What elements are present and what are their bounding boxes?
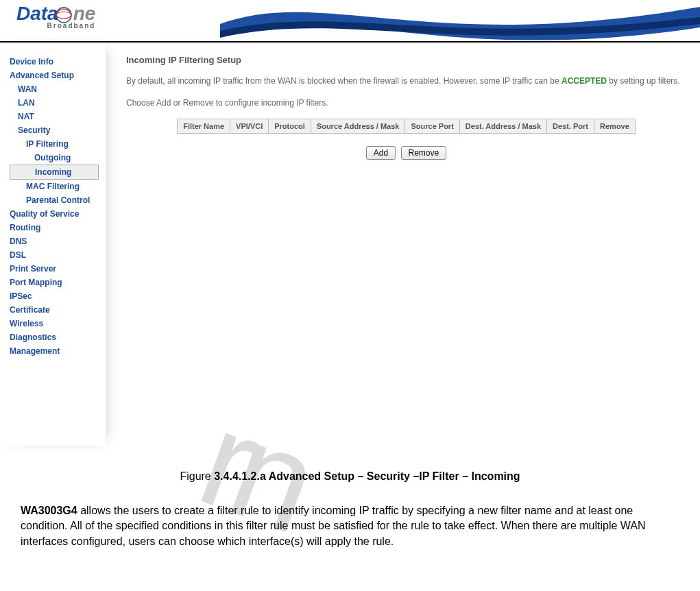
model-name: WA3003G4	[21, 505, 77, 516]
logo-word1: Data	[16, 3, 58, 24]
figure-caption: Figure 3.4.4.1.2.a Advanced Setup – Secu…	[21, 470, 679, 483]
sidebar-item-wan[interactable]: WAN	[10, 82, 106, 96]
sidebar-item-wireless[interactable]: Wireless	[10, 317, 106, 330]
sidebar-item-ip-filtering[interactable]: IP Filtering	[10, 137, 106, 151]
header-bar: Datane Broadband	[0, 0, 700, 43]
sidebar-item-dsl[interactable]: DSL	[10, 248, 106, 262]
sidebar-item-management[interactable]: Management	[10, 344, 106, 358]
logo: Datane Broadband	[16, 3, 95, 29]
svg-point-1	[56, 12, 71, 19]
col-dest-port: Dest. Port	[547, 119, 594, 134]
sidebar-item-diagnostics[interactable]: Diagnostics	[10, 330, 106, 344]
body-paragraph: WA3003G4 allows the users to create a fi…	[21, 503, 679, 549]
table-header-row: Filter NameVPI/VCIProtocolSource Address…	[178, 119, 636, 134]
sidebar-item-device-info[interactable]: Device Info	[10, 55, 106, 69]
caption-bold: 3.4.4.1.2.a Advanced Setup – Security –I…	[214, 470, 520, 482]
main-content: Incoming IP Filtering Setup By default, …	[106, 43, 700, 446]
remove-button[interactable]: Remove	[401, 146, 447, 160]
desc-post: by setting up filters.	[607, 76, 680, 86]
add-button[interactable]: Add	[366, 146, 396, 160]
button-row: Add Remove	[126, 146, 686, 160]
col-source-address-mask: Source Address / Mask	[311, 119, 405, 134]
desc-accepted: ACCEPTED	[562, 76, 607, 86]
caption-prefix: Figure	[180, 470, 214, 482]
sidebar-item-mac-filtering[interactable]: MAC Filtering	[10, 180, 106, 193]
desc-pre: By default, all incoming IP traffic from…	[126, 76, 562, 86]
col-filter-name: Filter Name	[178, 119, 230, 134]
sidebar-item-print-server[interactable]: Print Server	[10, 262, 106, 276]
filter-table: Filter NameVPI/VCIProtocolSource Address…	[177, 119, 636, 134]
sidebar-item-parental-control[interactable]: Parental Control	[10, 193, 106, 207]
sidebar-item-incoming[interactable]: Incoming	[10, 165, 99, 180]
description-2: Choose Add or Remove to configure incomi…	[126, 97, 686, 109]
sidebar-item-certificate[interactable]: Certificate	[10, 303, 106, 317]
header-swoosh	[220, 0, 700, 41]
col-dest-address-mask: Dest. Address / Mask	[459, 119, 546, 134]
sidebar-item-routing[interactable]: Routing	[10, 221, 106, 234]
sidebar-item-outgoing[interactable]: Outgoing	[10, 151, 106, 165]
col-remove: Remove	[594, 119, 636, 134]
sidebar-item-port-mapping[interactable]: Port Mapping	[10, 276, 106, 289]
col-vpi-vci: VPI/VCI	[230, 119, 269, 134]
body-rest: allows the users to create a filter rule…	[21, 505, 646, 547]
sidebar-item-quality-of-service[interactable]: Quality of Service	[10, 207, 106, 221]
svg-point-0	[56, 8, 71, 23]
figure-area: rn Figure 3.4.4.1.2.a Advanced Setup – S…	[0, 446, 700, 570]
sidebar-item-security[interactable]: Security	[10, 123, 106, 137]
page-title: Incoming IP Filtering Setup	[126, 55, 686, 65]
sidebar-item-nat[interactable]: NAT	[10, 110, 106, 123]
col-protocol: Protocol	[269, 119, 311, 134]
description-1: By default, all incoming IP traffic from…	[126, 75, 686, 87]
sidebar-item-lan[interactable]: LAN	[10, 96, 106, 110]
sidebar-item-dns[interactable]: DNS	[10, 234, 106, 248]
sidebar-item-ipsec[interactable]: IPSec	[10, 289, 106, 303]
col-source-port: Source Port	[405, 119, 459, 134]
logo-word2: ne	[73, 3, 96, 24]
sidebar: Device InfoAdvanced SetupWANLANNATSecuri…	[0, 43, 106, 446]
sidebar-item-advanced-setup[interactable]: Advanced Setup	[10, 69, 106, 82]
